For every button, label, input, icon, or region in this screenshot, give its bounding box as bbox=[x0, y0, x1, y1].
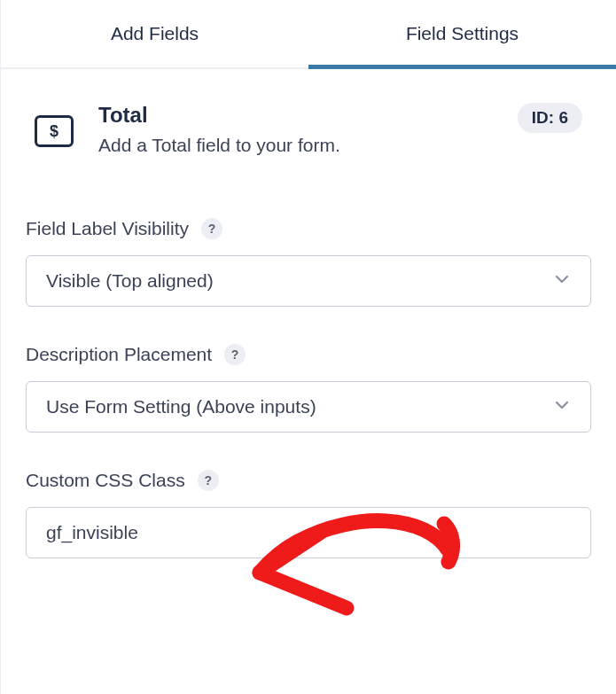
custom-css-class-label: Custom CSS Class bbox=[26, 470, 185, 491]
tab-field-settings[interactable]: Field Settings bbox=[308, 0, 616, 67]
tab-field-settings-label: Field Settings bbox=[406, 23, 519, 44]
help-icon[interactable]: ? bbox=[201, 218, 222, 239]
field-title: Total bbox=[98, 103, 518, 128]
svg-text:$: $ bbox=[50, 122, 58, 140]
help-icon[interactable]: ? bbox=[198, 470, 219, 491]
description-placement-select[interactable]: Use Form Setting (Above inputs) bbox=[26, 381, 591, 433]
field-header: $ Total Add a Total field to your form. … bbox=[1, 69, 616, 165]
custom-css-class-input[interactable] bbox=[26, 507, 591, 558]
setting-custom-css-class: Custom CSS Class ? bbox=[26, 470, 591, 558]
chevron-down-icon bbox=[553, 270, 571, 292]
field-settings-panel: Add Fields Field Settings $ Total Add a … bbox=[0, 0, 616, 694]
description-placement-value: Use Form Setting (Above inputs) bbox=[46, 396, 316, 417]
tab-add-fields-label: Add Fields bbox=[111, 23, 199, 44]
tabs: Add Fields Field Settings bbox=[1, 0, 616, 69]
field-id-badge: ID: 6 bbox=[518, 103, 582, 133]
setting-description-placement: Description Placement ? Use Form Setting… bbox=[26, 344, 591, 433]
field-label-visibility-label: Field Label Visibility bbox=[26, 218, 189, 239]
setting-field-label-visibility: Field Label Visibility ? Visible (Top al… bbox=[26, 218, 591, 307]
chevron-down-icon bbox=[553, 396, 571, 418]
description-placement-label: Description Placement bbox=[26, 344, 212, 365]
setting-label-row: Field Label Visibility ? bbox=[26, 218, 591, 239]
field-label-visibility-select[interactable]: Visible (Top aligned) bbox=[26, 255, 591, 307]
setting-label-row: Custom CSS Class ? bbox=[26, 470, 591, 491]
tab-add-fields[interactable]: Add Fields bbox=[1, 0, 308, 67]
field-description: Add a Total field to your form. bbox=[98, 135, 518, 156]
field-label-visibility-value: Visible (Top aligned) bbox=[46, 270, 214, 292]
total-icon: $ bbox=[35, 115, 74, 147]
settings-section: Field Label Visibility ? Visible (Top al… bbox=[1, 165, 616, 558]
setting-label-row: Description Placement ? bbox=[26, 344, 591, 365]
field-header-text: Total Add a Total field to your form. bbox=[98, 103, 518, 156]
help-icon[interactable]: ? bbox=[224, 344, 246, 365]
